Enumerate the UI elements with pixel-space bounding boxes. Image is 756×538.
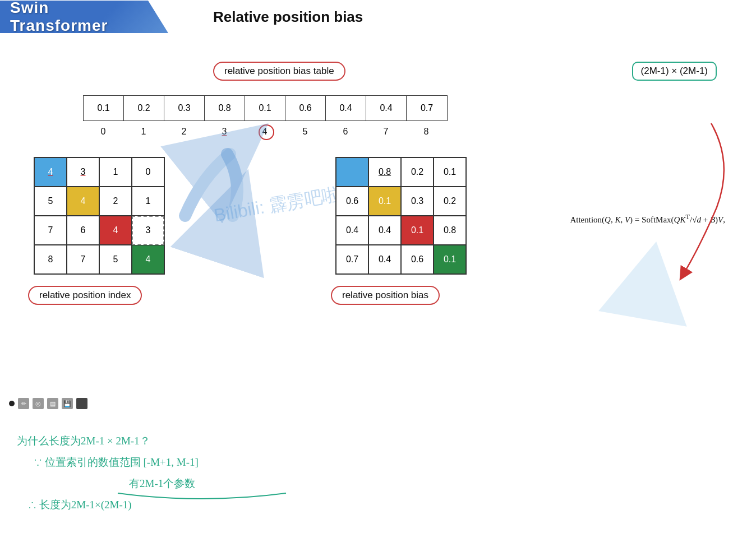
triangle-watermark (598, 234, 700, 327)
table-cell-0: 0.1 (84, 96, 124, 120)
size-label: (2M-1) × (2M-1) (632, 62, 717, 81)
grid-row-2: 7 6 4 3 (34, 216, 164, 245)
index-4: 4 (245, 124, 285, 137)
grid-cell-0-1: 3 (67, 157, 99, 187)
right-grid-cell-1-2: 0.3 (401, 187, 434, 216)
table-cell-2: 0.3 (164, 96, 205, 120)
grid-cell-3-1: 7 (67, 245, 99, 274)
index-1: 1 (123, 124, 164, 137)
grid-row-3: 8 7 5 4 (34, 245, 164, 274)
grid-cell-2-0: 7 (34, 216, 67, 245)
index-2: 2 (164, 124, 204, 137)
grid-cell-3-0: 8 (34, 245, 67, 274)
bias-table-row: 0.1 0.2 0.3 0.8 0.1 0.6 0.4 0.4 0.7 (83, 95, 448, 121)
table-cell-4: 0.1 (245, 96, 285, 120)
note-line2: ∵ 位置索引的数值范围 [-M+1, M-1] (34, 452, 199, 473)
toolbar-pen-icon[interactable]: ✏ (18, 398, 29, 409)
grid-cell-1-2: 2 (99, 187, 132, 216)
bias-table-label: relative position bias table (213, 62, 345, 81)
table-cell-1: 0.2 (124, 96, 164, 120)
logo-banner: Swin Transformer (0, 1, 168, 33)
table-cell-3: 0.8 (205, 96, 245, 120)
right-grid-cell-2-2: 0.1 (401, 216, 434, 245)
right-grid-label-container: relative position bias (331, 286, 440, 305)
right-grid-row-0: 0.8 0.2 0.1 (336, 157, 466, 187)
toolbar-circle-icon[interactable]: ◎ (33, 398, 44, 409)
right-grid-cell-0-3: 0.1 (434, 157, 466, 187)
grid-cell-0-0: 4 (34, 157, 67, 187)
right-grid-row-1: 0.6 0.1 0.3 0.2 (336, 187, 466, 216)
logo-text: Swin Transformer (10, 0, 146, 35)
grid-4x4-right: 0.8 0.2 0.1 0.6 0.1 0.3 0.2 0.4 0.4 0.1 … (335, 157, 467, 275)
table-1d: 0.1 0.2 0.3 0.8 0.1 0.6 0.4 0.4 0.7 (83, 95, 448, 121)
underline-curve (112, 488, 292, 504)
right-grid-cell-3-3: 0.1 (434, 245, 466, 274)
right-grid-row-3: 0.7 0.4 0.6 0.1 (336, 245, 466, 274)
main-content: relative position bias table (2M-1) × (2… (0, 34, 756, 538)
table-cell-7: 0.4 (366, 96, 407, 120)
left-grid-label: relative position index (28, 286, 142, 305)
grid-cell-1-3: 1 (132, 187, 164, 216)
right-grid-cell-2-1: 0.4 (368, 216, 401, 245)
right-grid-cell-3-2: 0.6 (401, 245, 434, 274)
table-cell-5: 0.6 (285, 96, 326, 120)
table-cell-6: 0.4 (326, 96, 366, 120)
right-grid-cell-1-3: 0.2 (434, 187, 466, 216)
grid-row-1: 5 4 2 1 (34, 187, 164, 216)
page-title: Relative position bias (213, 8, 363, 26)
note-line1: 为什么长度为2M-1 × 2M-1？ (17, 430, 199, 452)
right-grid-cell-0-2: 0.2 (401, 157, 434, 187)
toolbar-block-icon[interactable] (76, 398, 87, 409)
right-grid-row-2: 0.4 0.4 0.1 0.8 (336, 216, 466, 245)
grid-cell-3-2: 5 (99, 245, 132, 274)
header: Swin Transformer Relative position bias (0, 0, 756, 34)
table-cell-8: 0.7 (407, 96, 447, 120)
right-grid-cell-2-3: 0.8 (434, 216, 466, 245)
index-row: 0 1 2 3 4 5 6 7 8 (83, 124, 446, 137)
right-grid-cell-1-0: 0.6 (336, 187, 368, 216)
index-6: 6 (325, 124, 366, 137)
grid-cell-2-2: 4 (99, 216, 132, 245)
index-8: 8 (406, 124, 446, 137)
grid-cell-0-2: 1 (99, 157, 132, 187)
grid-row-0: 4 3 1 0 (34, 157, 164, 187)
toolbar-dot[interactable] (9, 401, 15, 406)
index-5: 5 (285, 124, 325, 137)
toolbar-table-icon[interactable]: ▤ (47, 398, 58, 409)
index-3: 3 (204, 124, 245, 137)
bias-table-label-container: relative position bias table (213, 62, 345, 81)
right-grid-cell-2-0: 0.4 (336, 216, 368, 245)
index-7: 7 (366, 124, 406, 137)
size-label-container: (2M-1) × (2M-1) (632, 62, 717, 81)
right-grid-cell-3-1: 0.4 (368, 245, 401, 274)
left-grid-label-container: relative position index (28, 286, 142, 305)
grid-cell-1-0: 5 (34, 187, 67, 216)
grid-cell-1-1: 4 (67, 187, 99, 216)
grid-cell-2-3: 3 (132, 216, 164, 245)
left-grid: 4 3 1 0 5 4 2 1 7 6 4 3 8 7 (34, 157, 165, 275)
right-grid-cell-0-0 (336, 157, 368, 187)
right-grid-label: relative position bias (331, 286, 440, 305)
toolbar-save-icon[interactable]: 💾 (62, 398, 73, 409)
grid-cell-3-3: 4 (132, 245, 164, 274)
right-grid-cell-1-1: 0.1 (368, 187, 401, 216)
index-0: 0 (83, 124, 123, 137)
arrow-to-index4 (199, 143, 311, 227)
grid-cell-2-1: 6 (67, 216, 99, 245)
right-grid: 0.8 0.2 0.1 0.6 0.1 0.3 0.2 0.4 0.4 0.1 … (335, 157, 467, 275)
right-grid-cell-3-0: 0.7 (336, 245, 368, 274)
toolbar: ✏ ◎ ▤ 💾 (9, 398, 87, 409)
grid-4x4-left: 4 3 1 0 5 4 2 1 7 6 4 3 8 7 (34, 157, 165, 275)
right-grid-cell-0-1: 0.8 (368, 157, 401, 187)
grid-cell-0-3: 0 (132, 157, 164, 187)
